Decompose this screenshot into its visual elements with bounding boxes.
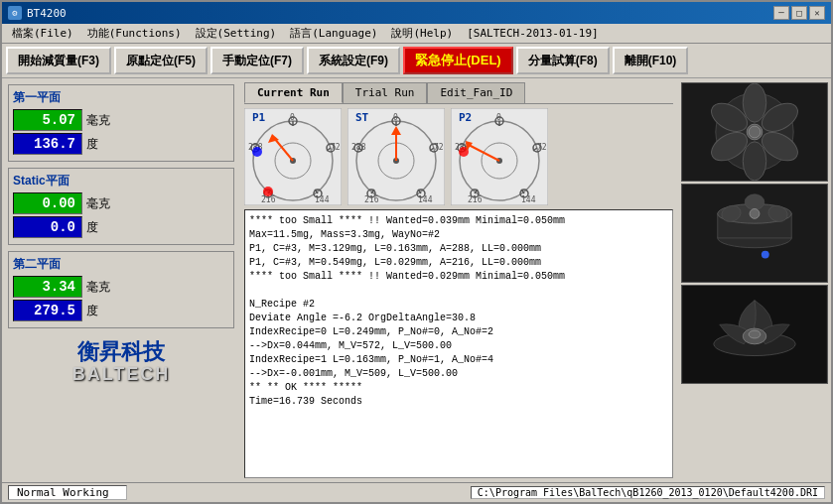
menu-setting[interactable]: 設定(Setting) [190,25,283,42]
static-unit: 毫克 [86,195,110,212]
plane2-value-row: 3.34 毫克 [13,276,229,298]
title-bar-left: ⚙ BT4200 [8,6,67,20]
start-button[interactable]: 開始減質量(F3) [6,47,111,74]
system-button[interactable]: 系統設定(F9) [307,47,400,74]
plane2-value: 3.34 [13,276,82,298]
app-icon: ⚙ [8,6,22,20]
fan-diagram-p2: P2 0 72 144 216 288 [451,108,548,205]
right-panel [677,78,831,482]
plane2-angle-row: 279.5 度 [13,300,229,321]
static-value-row: 0.00 毫克 [13,192,229,214]
svg-text:P2: P2 [459,111,472,124]
fan-diagram-st: ST 0 72 144 216 288 [347,108,445,205]
tab-edit-fan-id[interactable]: Edit_Fan_ID [427,82,525,103]
maximize-button[interactable]: □ [791,6,807,20]
svg-point-87 [762,251,769,259]
logo-area: 衡昇科技 BALTECH [8,336,234,389]
status-right: C:\Program Files\BalTech\qB1260_2013_012… [471,486,825,499]
logo-english: BALTECH [72,364,171,385]
close-button[interactable]: ✕ [809,6,825,20]
plane1-value: 5.07 [13,109,82,131]
tab-trial-run[interactable]: Trial Run [343,82,428,103]
fan-photo-1 [681,82,828,182]
plane1-angle-unit: 度 [86,136,98,153]
menu-help[interactable]: 說明(Help) [385,25,459,42]
plane2-angle-unit: 度 [86,303,98,319]
plane1-angle: 136.7 [13,133,82,155]
menu-language[interactable]: 語言(Language) [284,25,383,42]
calc-button[interactable]: 分量試算(F8) [516,47,610,74]
svg-point-86 [750,209,760,219]
plane2-angle: 279.5 [13,300,82,321]
fan-photo-2 [681,184,828,283]
svg-point-78 [749,126,761,138]
menu-bar: 檔案(File) 功能(Functions) 設定(Setting) 語言(La… [2,24,831,44]
static-label: Static平面 [13,173,229,189]
static-angle: 0.0 [13,216,82,238]
center-panel: Current Run Trial Run Edit_Fan_ID P1 [240,78,677,482]
plane1-label: 第一平面 [13,89,229,106]
svg-text:P1: P1 [252,111,266,124]
logo-chinese: 衡昇科技 [77,340,165,364]
svg-point-20 [252,147,262,157]
menu-file[interactable]: 檔案(File) [6,25,79,42]
status-bar: Normal Working C:\Program Files\BalTech\… [2,482,831,502]
svg-point-91 [749,330,761,338]
main-content: 第一平面 5.07 毫克 136.7 度 Static平面 0.00 毫克 [2,78,831,482]
left-panel: 第一平面 5.07 毫克 136.7 度 Static平面 0.00 毫克 [2,78,240,482]
title-controls: ─ □ ✕ [773,6,825,20]
static-section: Static平面 0.00 毫克 0.0 度 [8,168,234,245]
origin-button[interactable]: 原點定位(F5) [114,47,208,74]
window-title: BT4200 [27,7,67,20]
static-angle-unit: 度 [86,219,98,236]
fan-photo-3 [681,285,828,384]
static-angle-row: 0.0 度 [13,216,229,238]
plane2-unit: 毫克 [86,279,110,296]
emergency-button[interactable]: 緊急停止(DEL) [403,47,513,74]
menu-version: [SALTECH-2013-01-19] [461,26,604,41]
svg-point-21 [263,187,273,196]
tab-current-run[interactable]: Current Run [244,82,343,103]
manual-button[interactable]: 手動定位(F7) [210,47,304,74]
plane2-section: 第二平面 3.34 毫克 279.5 度 [8,251,234,328]
tab-bar: Current Run Trial Run Edit_Fan_ID [244,82,673,104]
minimize-button[interactable]: ─ [773,6,789,20]
svg-point-85 [745,194,764,210]
fan-diagram-p1: P1 0 72 [244,108,342,205]
toolbar: 開始減質量(F3) 原點定位(F5) 手動定位(F7) 系統設定(F9) 緊急停… [2,44,831,78]
plane1-section: 第一平面 5.07 毫克 136.7 度 [8,84,234,162]
svg-text:ST: ST [355,111,369,124]
svg-point-75 [743,142,766,181]
log-area: **** too Small **** !! Wanted=0.039mm Mi… [244,209,673,478]
status-left: Normal Working [8,485,127,500]
fan-display: P1 0 72 [244,108,673,205]
plane2-label: 第二平面 [13,256,229,273]
svg-point-72 [743,83,766,122]
main-window: ⚙ BT4200 ─ □ ✕ 檔案(File) 功能(Functions) 設定… [0,0,833,504]
static-value: 0.00 [13,192,82,214]
plane1-value-row: 5.07 毫克 [13,109,229,131]
menu-functions[interactable]: 功能(Functions) [81,25,188,42]
exit-button[interactable]: 離開(F10) [613,47,689,74]
plane1-unit: 毫克 [86,112,110,129]
plane1-angle-row: 136.7 度 [13,133,229,155]
title-bar: ⚙ BT4200 ─ □ ✕ [2,2,831,24]
